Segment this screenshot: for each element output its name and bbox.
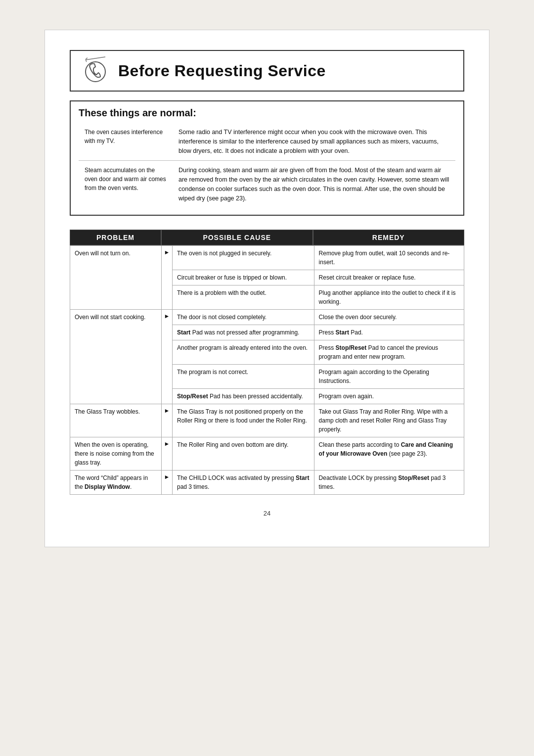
- cause-cell-2-0: The Glass Tray is not positioned properl…: [173, 404, 314, 437]
- title-section: Before Requesting Service: [70, 50, 464, 92]
- cause-header: POSSIBLE CAUSE: [161, 230, 313, 245]
- problem-cell-1: Oven will not start cooking.: [70, 310, 162, 404]
- normal-explanation-0: Some radio and TV interference might occ…: [173, 124, 455, 161]
- arrow-3: ►: [162, 437, 173, 471]
- problem-header: PROBLEM: [70, 230, 161, 245]
- page: Before Requesting Service These things a…: [44, 30, 490, 547]
- remedy-cell-1-0: Close the oven door securely.: [314, 310, 464, 325]
- cause-cell-3-0: The Roller Ring and oven bottom are dirt…: [173, 437, 314, 471]
- table-row: Oven will not turn on.►The oven is not p…: [70, 246, 464, 270]
- table-row: Oven will not start cooking.►The door is…: [70, 310, 464, 325]
- phone-icon: [81, 56, 110, 86]
- remedy-cell-1-4: Program oven again.: [314, 389, 464, 404]
- remedy-cell-0-1: Reset circuit breaker or replace fuse.: [314, 270, 464, 285]
- table-row: When the oven is operating, there is noi…: [70, 437, 464, 471]
- svg-point-0: [86, 62, 105, 82]
- cause-cell-0-2: There is a problem with the outlet.: [173, 285, 314, 310]
- remedy-cell-2-0: Take out Glass Tray and Roller Ring. Wip…: [314, 404, 464, 437]
- normal-table: The oven causes interference with my TV.…: [79, 124, 455, 207]
- table-row: The word “Child” appears in the Display …: [70, 471, 464, 495]
- cause-cell-1-4: Stop/Reset Pad has been pressed accident…: [173, 389, 314, 404]
- remedy-cell-1-1: Press Start Pad.: [314, 325, 464, 340]
- remedy-cell-0-2: Plug another appliance into the outlet t…: [314, 285, 464, 310]
- pct-table: Oven will not turn on.►The oven is not p…: [70, 245, 464, 495]
- table-header: PROBLEM POSSIBLE CAUSE REMEDY: [70, 230, 464, 245]
- cause-cell-0-1: Circuit breaker or fuse is tripped or bl…: [173, 270, 314, 285]
- arrow-2: ►: [162, 404, 173, 437]
- remedy-cell-1-2: Press Stop/Reset Pad to cancel the previ…: [314, 340, 464, 365]
- arrow-1: ►: [162, 310, 173, 404]
- table-row: The Glass Tray wobbles.►The Glass Tray i…: [70, 404, 464, 437]
- cause-cell-1-2: Another program is already entered into …: [173, 340, 314, 365]
- problem-cell-4: The word “Child” appears in the Display …: [70, 471, 162, 495]
- normal-problem-0: The oven causes interference with my TV.: [79, 124, 173, 161]
- main-title: Before Requesting Service: [118, 62, 326, 80]
- arrow-0: ►: [162, 246, 173, 310]
- remedy-cell-3-0: Clean these parts according to Care and …: [314, 437, 464, 471]
- cause-cell-4-0: The CHILD LOCK was activated by pressing…: [173, 471, 314, 495]
- problem-cell-2: The Glass Tray wobbles.: [70, 404, 162, 437]
- cause-cell-1-1: Start Pad was not pressed after programm…: [173, 325, 314, 340]
- normal-explanation-1: During cooking, steam and warm air are g…: [173, 161, 455, 207]
- arrow-4: ►: [162, 471, 173, 495]
- normal-section: These things are normal: The oven causes…: [70, 100, 464, 216]
- page-number: 24: [70, 510, 464, 517]
- remedy-cell-1-3: Program again according to the Operating…: [314, 365, 464, 389]
- remedy-cell-4-0: Deactivate LOCK by pressing Stop/Reset p…: [314, 471, 464, 495]
- remedy-header: REMEDY: [313, 230, 465, 245]
- cause-cell-0-0: The oven is not plugged in securely.: [173, 246, 314, 270]
- problem-cell-3: When the oven is operating, there is noi…: [70, 437, 162, 471]
- cause-cell-1-3: The program is not correct.: [173, 365, 314, 389]
- normal-problem-1: Steam accumulates on the oven door and w…: [79, 161, 173, 207]
- normal-heading: These things are normal:: [79, 107, 455, 119]
- cause-cell-1-0: The door is not closed completely.: [173, 310, 314, 325]
- remedy-cell-0-0: Remove plug from outlet, wait 10 seconds…: [314, 246, 464, 270]
- problem-cell-0: Oven will not turn on.: [70, 246, 162, 310]
